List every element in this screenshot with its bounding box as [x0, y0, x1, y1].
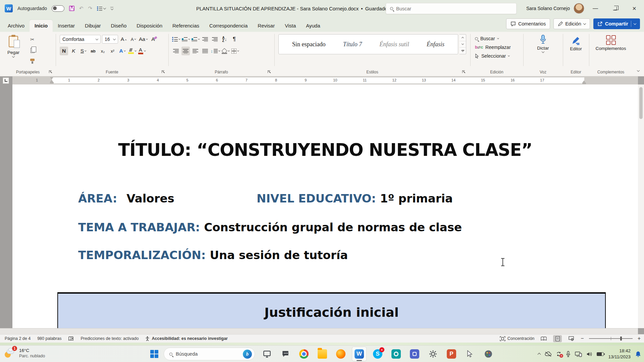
indent-markers[interactable] [50, 77, 54, 83]
start-button[interactable] [148, 347, 161, 361]
sync-error-icon[interactable]: × [556, 351, 561, 357]
tab-disposicion[interactable]: Disposición [131, 20, 167, 32]
text-effects-button[interactable]: A [118, 47, 126, 55]
zoom-slider[interactable] [589, 338, 633, 339]
addins-button[interactable]: Complementos [589, 35, 633, 51]
account-area[interactable]: Sara Solano Cornejo [526, 0, 584, 17]
numbering-button[interactable] [181, 35, 190, 44]
cut-button[interactable]: ✂ [28, 35, 37, 44]
save-icon[interactable] [69, 6, 74, 11]
style-enfasis-sutil[interactable]: Énfasis sutil [379, 41, 409, 48]
editor-button[interactable]: Editor [563, 35, 589, 51]
zoom-in-button[interactable]: + [638, 336, 641, 342]
shading-button[interactable] [221, 47, 230, 55]
undo-icon[interactable]: ↶ [79, 5, 84, 11]
sort-button[interactable]: AZ↓ [220, 35, 229, 44]
minimize-button[interactable]: — [586, 0, 605, 17]
settings-icon[interactable] [426, 347, 440, 361]
tab-vista[interactable]: Vista [280, 20, 301, 32]
justify-button[interactable] [201, 47, 209, 55]
focus-mode-button[interactable]: Concentración [500, 336, 535, 341]
replace-button[interactable]: b⇄cReemplazar [475, 43, 511, 52]
search-input[interactable]: Buscar [386, 3, 517, 14]
tab-diseno[interactable]: Diseño [106, 20, 132, 32]
chrome-icon[interactable] [297, 347, 311, 361]
chat-icon[interactable] [278, 347, 293, 361]
horizontal-ruler[interactable]: 1234567891011121314151617 1 [0, 76, 644, 84]
find-button[interactable]: Buscar [475, 34, 499, 43]
zoom-out-button[interactable]: − [581, 336, 584, 342]
autosave-toggle[interactable] [52, 5, 64, 12]
share-button[interactable]: Compartir [593, 18, 640, 29]
grow-font-button[interactable]: A [119, 35, 128, 44]
vertical-scrollbar[interactable] [638, 84, 644, 328]
scrollbar-thumb[interactable] [639, 87, 643, 119]
weather-widget[interactable]: 1 16°C Parc. nublado [4, 347, 45, 359]
font-size-select[interactable]: 16 [102, 35, 118, 44]
strikethrough-button[interactable]: ab [89, 47, 97, 55]
tab-revisar[interactable]: Revisar [253, 20, 280, 32]
line-spacing-button[interactable]: ↕ [211, 47, 220, 55]
paragraph-dialog-launcher[interactable] [268, 70, 271, 74]
cursor-icon[interactable] [463, 347, 477, 361]
superscript-button[interactable]: x² [108, 47, 117, 55]
cast-icon[interactable] [575, 351, 582, 357]
clock[interactable]: 18:42 13/11/2023 [608, 348, 631, 360]
accessibility-status[interactable]: Accesibilidad: es necesario investigar [145, 336, 228, 341]
multilevel-list-button[interactable] [191, 35, 200, 44]
notification-bell-icon[interactable] [635, 351, 641, 357]
speaker-icon[interactable] [586, 352, 592, 357]
document-title[interactable]: PLANTILLA SITUACIÓN DE APRENDIZAJE - Sar… [196, 0, 392, 17]
tab-selector[interactable] [3, 77, 9, 84]
word-icon[interactable]: W [352, 347, 367, 361]
styles-up-button[interactable] [460, 35, 466, 41]
tab-correspondencia[interactable]: Correspondencia [204, 20, 253, 32]
style-enfasis[interactable]: Énfasis [427, 41, 444, 48]
decrease-indent-button[interactable] [201, 35, 209, 44]
horizontal-scroll-area[interactable] [0, 328, 638, 334]
tray-microphone-icon[interactable] [566, 351, 571, 357]
word-logo-icon[interactable]: W [5, 4, 13, 12]
copy-button[interactable] [28, 46, 37, 55]
powerpoint-icon[interactable]: P [444, 347, 459, 361]
bullets-button[interactable] [172, 35, 180, 44]
dictate-button[interactable]: Dictar [523, 35, 563, 53]
tab-archivo[interactable]: Archivo [3, 20, 30, 32]
shrink-font-button[interactable]: A [129, 35, 138, 44]
align-left-button[interactable] [172, 47, 180, 55]
taskbar-search[interactable]: Búsqueda b [164, 348, 255, 360]
tray-chevron-icon[interactable] [538, 352, 540, 356]
tab-referencias[interactable]: Referencias [167, 20, 204, 32]
app-icon[interactable] [407, 347, 422, 361]
web-layout-button[interactable] [567, 335, 576, 342]
proofing-icon[interactable] [68, 336, 74, 341]
redo-icon[interactable]: ↷ [88, 5, 93, 11]
style-sin-espaciado[interactable]: Sin espaciado [292, 41, 325, 48]
customize-qat-button[interactable] [110, 7, 113, 10]
collapse-ribbon-button[interactable] [637, 67, 639, 73]
tab-inicio[interactable]: Inicio [30, 20, 53, 32]
tab-dibujar[interactable]: Dibujar [80, 20, 106, 32]
tab-ayuda[interactable]: Ayuda [301, 20, 325, 32]
format-painter-button[interactable] [28, 57, 37, 65]
webex-icon[interactable] [389, 347, 404, 361]
select-button[interactable]: Seleccionar [475, 52, 509, 60]
font-color-button[interactable]: A [138, 47, 146, 55]
show-marks-button[interactable]: ¶ [230, 35, 238, 44]
onedrive-icon[interactable] [545, 352, 552, 357]
monitor-icon[interactable] [260, 347, 274, 361]
skype-icon[interactable]: S× [370, 347, 385, 361]
text-predictions[interactable]: Predicciones de texto: activado [80, 336, 139, 341]
restore-button[interactable] [605, 0, 625, 17]
change-case-button[interactable]: Aa [139, 35, 148, 44]
font-name-select[interactable]: Comfortaa [60, 35, 101, 44]
file-explorer-icon[interactable] [315, 347, 330, 361]
bullet-list-qat-button[interactable] [97, 6, 106, 11]
print-layout-button[interactable] [553, 335, 562, 342]
page-indicator[interactable]: Página 2 de 4 [5, 336, 31, 341]
styles-more-button[interactable] [460, 48, 466, 54]
align-center-button[interactable] [181, 47, 190, 55]
zoom-slider-thumb[interactable] [620, 337, 622, 341]
close-button[interactable]: × [625, 0, 644, 17]
word-count[interactable]: 980 palabras [37, 336, 61, 341]
